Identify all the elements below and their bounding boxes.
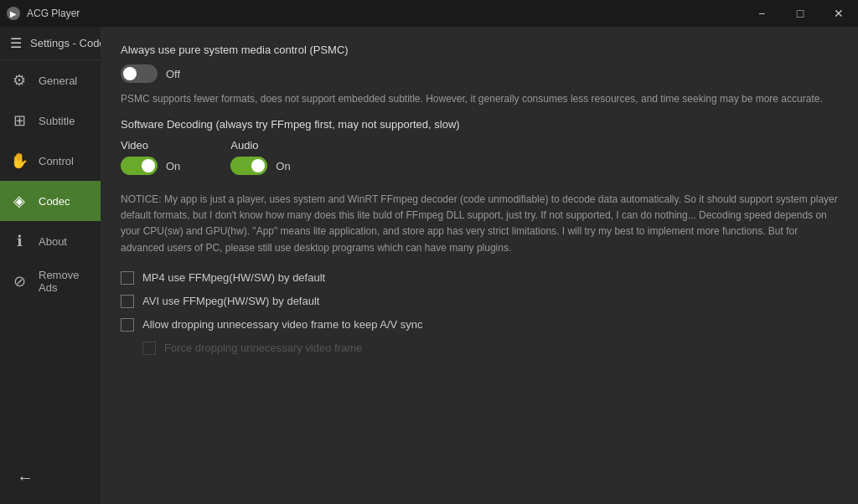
sidebar-item-control-label: Control	[39, 155, 74, 167]
sidebar-header: ☰ Settings - Codec	[0, 27, 101, 60]
hamburger-icon[interactable]: ☰	[10, 35, 22, 51]
general-icon: ⚙	[10, 71, 28, 90]
control-icon: ✋	[10, 152, 28, 170]
checkbox-mp4[interactable]	[121, 271, 134, 285]
sidebar-item-about[interactable]: ℹ About	[0, 221, 101, 261]
psmc-toggle-track[interactable]	[121, 64, 158, 83]
codec-icon: ◈	[10, 192, 28, 210]
sidebar-bottom: ←	[0, 451, 101, 504]
sidebar-item-codec[interactable]: ◈ Codec	[0, 181, 101, 221]
sidebar-item-general-label: General	[39, 75, 77, 87]
settings-page-title: Settings - Codec	[30, 37, 111, 49]
notice-text: NOTICE: My app is just a player, uses sy…	[121, 192, 838, 256]
checkbox-avi-label: AVI use FFMpeg(HW/SW) by default	[142, 295, 319, 307]
sidebar: ☰ Settings - Codec ⚙ General ⊞ Subtitle …	[0, 27, 101, 504]
psmc-toggle[interactable]	[121, 64, 158, 83]
video-codec-col: Video On	[121, 139, 180, 183]
software-decoding-label: Software Decoding (always try FFmpeg fir…	[121, 118, 838, 131]
close-button[interactable]: ✕	[819, 0, 858, 27]
sidebar-item-remove-ads[interactable]: ⊘ Remove Ads	[0, 261, 101, 301]
sidebar-item-subtitle[interactable]: ⊞ Subtitle	[0, 100, 101, 141]
checkbox-force-drop-label: Force dropping unnecessary video frame	[164, 342, 362, 354]
psmc-section-label: Always use pure system media control (PS…	[121, 44, 838, 56]
audio-toggle[interactable]	[230, 157, 267, 175]
window-controls: − □ ✕	[742, 0, 858, 27]
audio-label: Audio	[230, 139, 290, 152]
checkbox-force-drop	[142, 342, 156, 355]
back-button[interactable]: ←	[10, 461, 40, 494]
subtitle-icon: ⊞	[10, 111, 28, 130]
maximize-button[interactable]: □	[781, 0, 819, 27]
psmc-toggle-label: Off	[166, 68, 180, 80]
sidebar-item-about-label: About	[39, 235, 67, 248]
audio-toggle-row: On	[230, 157, 290, 175]
app-title: ACG Player	[27, 8, 80, 19]
video-toggle-label: On	[166, 160, 180, 172]
checkbox-mp4-row[interactable]: MP4 use FFMpeg(HW/SW) by default	[121, 271, 838, 285]
video-toggle-thumb	[142, 159, 155, 172]
codec-columns: Video On Audio	[121, 139, 838, 183]
checkbox-force-drop-row: Force dropping unnecessary video frame	[142, 342, 838, 355]
checkbox-avi[interactable]	[121, 295, 134, 308]
checkbox-drop-row[interactable]: Allow dropping unnecessary video frame t…	[121, 318, 838, 332]
content-area: Always use pure system media control (PS…	[101, 27, 858, 504]
sidebar-item-remove-ads-label: Remove Ads	[39, 269, 90, 294]
checkbox-avi-row[interactable]: AVI use FFMpeg(HW/SW) by default	[121, 295, 838, 308]
title-bar: ▶ ACG Player − □ ✕	[0, 0, 858, 27]
video-toggle-track[interactable]	[121, 157, 158, 175]
video-toggle-row: On	[121, 157, 180, 175]
remove-ads-icon: ⊘	[10, 272, 28, 291]
sidebar-item-general[interactable]: ⚙ General	[0, 60, 101, 100]
audio-toggle-label: On	[276, 160, 290, 172]
checkbox-mp4-label: MP4 use FFMpeg(HW/SW) by default	[142, 271, 325, 284]
title-bar-left: ▶ ACG Player	[7, 7, 80, 20]
main-layout: ☰ Settings - Codec ⚙ General ⊞ Subtitle …	[0, 27, 858, 504]
app-icon: ▶	[7, 7, 20, 20]
psmc-toggle-thumb	[123, 67, 137, 80]
audio-toggle-thumb	[251, 159, 265, 172]
minimize-button[interactable]: −	[742, 0, 781, 27]
psmc-description: PSMC supports fewer formats, does not su…	[121, 91, 838, 106]
sidebar-item-subtitle-label: Subtitle	[39, 115, 75, 127]
video-toggle[interactable]	[121, 157, 158, 175]
audio-codec-col: Audio On	[230, 139, 290, 183]
sidebar-item-codec-label: Codec	[39, 195, 70, 208]
sidebar-item-control[interactable]: ✋ Control	[0, 141, 101, 181]
checkbox-drop[interactable]	[121, 318, 134, 332]
audio-toggle-track[interactable]	[230, 157, 267, 175]
psmc-toggle-row: Off	[121, 64, 838, 83]
about-icon: ℹ	[10, 232, 28, 250]
checkbox-drop-label: Allow dropping unnecessary video frame t…	[142, 318, 423, 331]
video-label: Video	[121, 139, 180, 152]
